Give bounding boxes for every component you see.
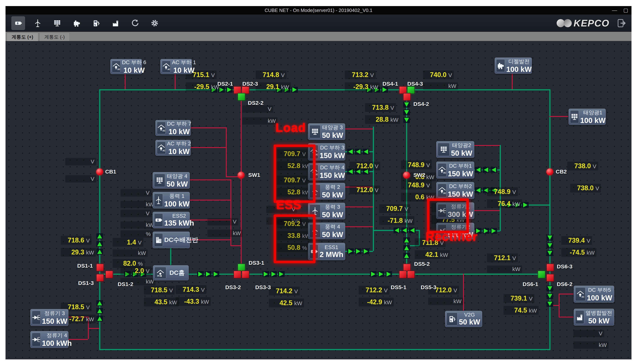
settings-gear-icon[interactable]	[148, 16, 162, 30]
reading-unit: kW	[512, 266, 520, 272]
ds6-3-switch[interactable]	[546, 264, 554, 271]
ds6-2-switch[interactable]	[546, 274, 554, 282]
exit-icon[interactable]	[616, 18, 626, 28]
device-dc-load-7[interactable]: DCDC 부하 710 kW	[156, 120, 191, 136]
device-diesel-gen[interactable]: 디젤발전100 kW	[495, 58, 532, 74]
device-rating: 10 kW	[168, 148, 190, 156]
device-dc-load-5[interactable]: DCDC 부하5100 kW	[574, 286, 614, 302]
device-rating: 100 kW	[164, 200, 190, 208]
flow-arrow-icon	[546, 242, 553, 248]
device-rectifier-3[interactable]: 정류기 3150 kW	[30, 309, 68, 326]
cb1-breaker[interactable]	[96, 168, 103, 176]
power-line	[550, 89, 550, 350]
ds5-3-switch[interactable]	[407, 270, 415, 278]
ds2-2-switch[interactable]	[238, 93, 245, 101]
reading-value: 714.8	[258, 71, 279, 79]
ds3-2-switch[interactable]	[234, 270, 241, 278]
device-title: ESS1	[324, 244, 338, 250]
ds5-2-switch[interactable]	[403, 264, 411, 271]
device-pv-1[interactable]: 태양광1100 kW	[568, 109, 606, 125]
device-chp[interactable]: 열병합발전50 kW	[574, 309, 614, 326]
device-wind-1[interactable]: 풍력 1100 kW	[153, 192, 190, 208]
reading: kW	[573, 342, 608, 349]
svg-text:AC: AC	[168, 68, 170, 70]
reading: 43.5kW	[144, 298, 179, 306]
cb2-breaker[interactable]	[546, 168, 553, 176]
refresh-icon[interactable]	[128, 16, 142, 30]
chp-plant-icon[interactable]	[109, 16, 122, 30]
device-v2g[interactable]: V2G50 kW	[445, 311, 482, 327]
device-rating: 150 kW	[42, 317, 67, 326]
power-line	[226, 128, 227, 176]
rectifier-icon	[32, 311, 41, 324]
ds4-1-switch[interactable]	[399, 86, 407, 94]
ds1-1-switch[interactable]	[96, 264, 104, 271]
reading-unit: V	[91, 176, 94, 182]
ds3-1-switch[interactable]	[238, 264, 245, 271]
reading-value: 738.0	[572, 184, 594, 192]
reading-value: 709.7	[381, 205, 403, 212]
node-label: DS1-3	[78, 280, 94, 286]
solar-panel-icon[interactable]	[50, 16, 64, 30]
ds1-3-switch[interactable]	[96, 274, 104, 282]
reading: 712.0V	[350, 186, 380, 194]
reading-unit: kW	[201, 299, 209, 305]
ds3-3-switch[interactable]	[242, 270, 249, 278]
device-dc-home[interactable]: DC홈DC홈	[153, 265, 189, 280]
ds2-3-switch[interactable]	[242, 86, 249, 94]
tab-diagram-plus[interactable]: 계통도 (+)	[6, 33, 38, 41]
device-dc-load-1[interactable]: DCDC 부하1150 kW	[436, 162, 474, 178]
flow-arrow-icon	[270, 271, 277, 277]
ds1-2-switch[interactable]	[105, 270, 113, 278]
flow-arrow-icon	[278, 271, 285, 277]
reading-unit: kW	[384, 299, 392, 306]
power-line	[190, 128, 226, 128]
reading: 28.8kW	[365, 115, 400, 124]
reading: kW	[208, 230, 242, 237]
device-rating: 10 kW	[124, 66, 145, 74]
ds4-3-switch[interactable]	[407, 86, 415, 94]
flow-arrow-icon	[262, 271, 269, 277]
device-rectifier-4[interactable]: 정류기 4100 kWh	[30, 331, 68, 348]
device-ess-2[interactable]: ESS2135 kWh	[153, 212, 190, 228]
reading-unit: kW	[512, 201, 520, 207]
device-dc-distribution[interactable]: DC수배전반	[153, 232, 190, 248]
device-pv-3[interactable]: 태양광 350 kW	[308, 123, 345, 140]
ev-charger-icon[interactable]	[89, 16, 103, 30]
device-ac-load-2[interactable]: ACAC 부하 210 kW	[156, 140, 191, 156]
reading-value: 714.2	[271, 287, 292, 295]
reading: kW	[112, 250, 148, 257]
device-pv-2[interactable]: 태양광250 kW	[436, 141, 474, 158]
device-ac-load-1[interactable]: ACAC 부하 110 kW	[160, 59, 192, 74]
device-title: DC 부하 7	[167, 120, 191, 128]
node-label: SW2	[414, 172, 425, 178]
flow-arrow-icon	[546, 235, 553, 241]
ds2-1-switch[interactable]	[234, 86, 241, 94]
reading-value: 713.2	[347, 71, 368, 79]
device-title: DC 부하5	[588, 286, 611, 294]
tab-diagram-minus[interactable]: 계통도 (-)	[39, 33, 70, 41]
device-title: DC 부하 3	[320, 144, 344, 152]
minimize-button[interactable]: —	[612, 8, 617, 13]
sw2-switch[interactable]	[403, 172, 410, 179]
sw1-switch[interactable]	[238, 172, 244, 179]
ds5-1-switch[interactable]	[399, 270, 407, 278]
reading-value: 712.1	[489, 254, 510, 262]
reading: 29.3kW	[61, 248, 96, 257]
diesel-engine-icon[interactable]	[70, 16, 84, 30]
device-dc-load-2[interactable]: DCDC 부하2150 kW	[436, 182, 474, 199]
device-dc-load-6[interactable]: DCDC 부하 610 kW	[110, 59, 142, 74]
flow-arrow-icon	[96, 316, 103, 322]
ess-battery-icon[interactable]	[12, 16, 25, 30]
device-pv-4[interactable]: 태양광 450 kW	[153, 172, 190, 188]
reading-unit: V	[390, 105, 394, 111]
ds4-2-switch[interactable]	[403, 93, 411, 101]
svg-text:DC홈: DC홈	[157, 275, 162, 277]
wind-turbine-icon[interactable]	[31, 16, 44, 30]
maximize-button[interactable]: ▢	[624, 8, 628, 13]
reading: 714.8V	[256, 70, 286, 79]
device-title: DC 부하 4	[320, 164, 344, 171]
reading-unit: kW	[440, 252, 448, 258]
ds6-1-switch[interactable]	[538, 270, 546, 278]
reading: %	[120, 230, 153, 238]
